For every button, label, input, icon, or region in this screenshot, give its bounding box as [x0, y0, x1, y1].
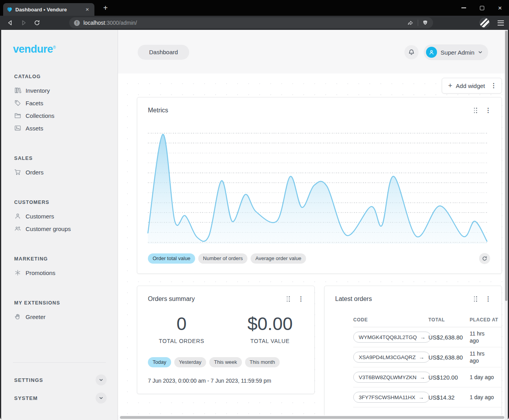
person-icon [428, 49, 435, 56]
tab-average-order-value[interactable]: Average order value [251, 253, 306, 264]
user-name: Super Admin [441, 49, 474, 56]
browser-profile-avatar[interactable] [479, 18, 490, 28]
arrow-right-icon: → [420, 334, 426, 340]
drag-handle-icon[interactable] [287, 296, 290, 302]
arrow-right-icon: → [419, 354, 424, 360]
minimize-icon [461, 7, 466, 8]
chevron-down-icon [478, 50, 483, 55]
metrics-widget: Metrics ⋮ [137, 97, 502, 274]
window-minimize-button[interactable] [455, 0, 473, 16]
latest-orders-table: CODE TOTAL PLACED AT WYMGK4TQQ8JL2TGQ→ U… [325, 313, 502, 407]
latest-orders-widget: Latest orders ⋮ CODE TOTAL PLACED AT [324, 286, 502, 415]
brave-shield-icon[interactable] [422, 20, 428, 26]
reload-button[interactable] [31, 17, 42, 28]
bell-icon [408, 49, 415, 56]
order-code-link[interactable]: V3T6BW8ZQLWMYZKN→ [353, 372, 431, 383]
sidebar-item-assets[interactable]: Assets [1, 122, 118, 134]
registered-mark: ® [53, 45, 56, 50]
window-restore-button[interactable] [473, 0, 491, 16]
order-total: US$2,638.80 [428, 354, 470, 361]
table-row: V3T6BW8ZQLWMYZKN→ US$120.00 1 day ago [353, 367, 502, 387]
image-icon [14, 125, 21, 132]
sidebar-item-facets[interactable]: Facets [1, 97, 118, 109]
total-value-value: $0.00 [226, 313, 314, 335]
horizontal-scrollbar-thumb[interactable] [120, 416, 504, 419]
sidebar-item-collections[interactable]: Collections [1, 109, 118, 122]
vertical-scrollbar-thumb[interactable] [505, 31, 507, 301]
system-expand-button[interactable] [96, 392, 107, 403]
tab-number-of-orders[interactable]: Number of orders [198, 253, 247, 264]
order-total: US$14.32 [428, 394, 470, 401]
latest-orders-menu-button[interactable]: ⋮ [485, 296, 491, 302]
dashboard-content: + Add widget ⋮ Metrics ⋮ [118, 73, 505, 415]
column-header-total: TOTAL [428, 317, 470, 323]
refresh-button[interactable] [479, 253, 490, 264]
order-placed-at: 1 day ago [470, 394, 502, 401]
browser-menu-icon[interactable] [498, 20, 504, 26]
users-icon [14, 225, 21, 232]
browser-toolbar: ! localhost:3000/admin/ [0, 16, 509, 30]
user-menu[interactable]: Super Admin [424, 44, 488, 60]
vendure-favicon-heart-icon [7, 7, 13, 13]
sidebar-item-greeter[interactable]: Greeter [1, 310, 118, 323]
notifications-button[interactable] [404, 45, 419, 59]
vendure-logo[interactable]: vendure® [13, 42, 118, 55]
sidebar-item-settings[interactable]: SETTINGS [14, 374, 107, 385]
tag-icon [14, 99, 21, 106]
app-frame: vendure® CATALOG Inventory Facets Collec… [1, 30, 508, 420]
settings-expand-button[interactable] [96, 374, 107, 385]
browser-tab[interactable]: Dashboard • Vendure × [3, 3, 94, 16]
back-button[interactable] [5, 17, 16, 28]
range-today[interactable]: Today [148, 357, 171, 367]
section-label-sales: SALES [14, 156, 118, 162]
books-icon [14, 87, 21, 94]
section-label-marketing: MARKETING [14, 256, 118, 262]
order-placed-at: 11 hrs ago [470, 350, 502, 364]
share-icon[interactable] [407, 19, 414, 26]
metric-tabs: Order total value Number of orders Avera… [148, 253, 306, 264]
url-path: :3000/admin/ [105, 20, 137, 26]
forward-button[interactable] [18, 17, 29, 28]
main-pane: Dashboard Super Admin + Add widget ⋮ [118, 30, 505, 420]
add-widget-kebab-icon[interactable]: ⋮ [491, 83, 497, 88]
total-orders-value: 0 [137, 313, 226, 335]
orders-summary-menu-button[interactable]: ⋮ [298, 296, 304, 302]
hand-icon [14, 313, 21, 320]
sidebar-item-inventory[interactable]: Inventory [1, 84, 118, 97]
user-avatar [426, 47, 437, 58]
tab-close-icon[interactable]: × [84, 6, 91, 13]
sidebar-item-promotions[interactable]: Promotions [1, 266, 118, 279]
asterisk-icon [14, 269, 21, 276]
sidebar-item-customers[interactable]: Customers [1, 210, 118, 222]
new-tab-button[interactable]: + [101, 4, 110, 13]
window-close-button[interactable]: × [491, 0, 509, 16]
url-text[interactable]: localhost:3000/admin/ [83, 20, 137, 26]
url-bar[interactable]: ! localhost:3000/admin/ [69, 17, 433, 28]
metrics-menu-button[interactable]: ⋮ [485, 108, 491, 113]
window-controls: × [455, 0, 509, 16]
range-yesterday[interactable]: Yesterday [174, 357, 206, 367]
sidebar-item-customer-groups[interactable]: Customer groups [1, 222, 118, 235]
drag-handle-icon[interactable] [474, 296, 478, 302]
orders-summary-title: Orders summary [148, 295, 287, 303]
sidebar-item-orders[interactable]: Orders [1, 166, 118, 178]
toolbar-separator [418, 20, 418, 26]
order-placed-at: 1 day ago [470, 374, 502, 381]
order-code-link[interactable]: XSA9PD4LM3CGAQRZ→ [353, 352, 430, 363]
site-info-icon[interactable]: ! [74, 20, 80, 26]
sidebar-item-system[interactable]: SYSTEM [14, 392, 107, 403]
vertical-scrollbar [505, 30, 508, 420]
order-total: US$2,638.80 [428, 334, 470, 341]
drag-handle-icon[interactable] [474, 108, 478, 113]
add-widget-button[interactable]: + Add widget ⋮ [442, 78, 502, 94]
cart-icon [14, 169, 21, 176]
metrics-chart [148, 130, 487, 244]
range-this-week[interactable]: This week [209, 357, 242, 367]
tab-order-total-value[interactable]: Order total value [148, 253, 195, 264]
order-code-link[interactable]: WYMGK4TQQ8JL2TGQ→ [353, 332, 431, 343]
order-code-link[interactable]: 3FY7FSCWSHMA11HX→ [353, 392, 430, 403]
breadcrumb-dashboard[interactable]: Dashboard [138, 45, 189, 60]
metrics-title: Metrics [148, 107, 474, 114]
range-this-month[interactable]: This month [245, 357, 280, 367]
table-row: 3FY7FSCWSHMA11HX→ US$14.32 1 day ago [353, 387, 502, 407]
